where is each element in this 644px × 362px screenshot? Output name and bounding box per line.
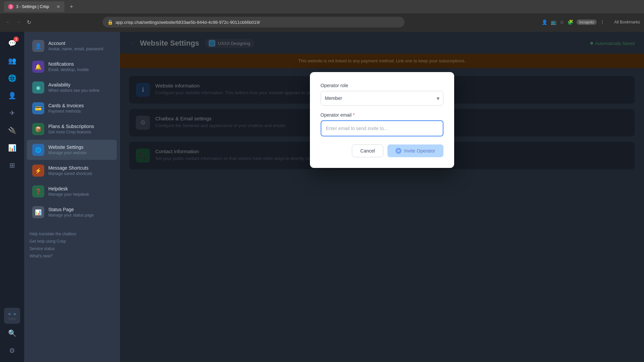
sidebar-website-text: Website Settings Manage your website (48, 144, 111, 155)
modal-overlay: Operator role Member Owner Agent ▾ Opera… (120, 32, 644, 362)
icon-bar: 💬 3 👥 🌐 👤 ✈ 🔌 📊 ⊞ < > Setup (0, 32, 24, 362)
icon-bar-grid[interactable]: ⊞ (4, 157, 20, 173)
browser-tab-bar: 3 3 - Settings | Crisp ✕ + (0, 0, 644, 13)
lock-icon: 🔒 (107, 19, 113, 25)
account-icon: 👤 (32, 40, 44, 52)
bookmark-icon[interactable]: ☆ (560, 19, 564, 25)
globe-icon: 🌐 (8, 74, 16, 82)
main-content: ← Website Settings 🌐 UX/UI Designing Aut… (120, 32, 644, 362)
icon-bar-search[interactable]: 🔍 (4, 325, 20, 341)
url-text: app.crisp.chat/settings/website/6833ae5b… (116, 20, 260, 25)
sidebar-item-cards[interactable]: 💳 Cards & Invoices Payment methods (27, 98, 117, 118)
sidebar-notifications-text: Notifications Email, desktop, mobile (48, 61, 111, 72)
sidebar: 👤 Account Avatar, name, email, password … (24, 32, 120, 362)
cancel-button[interactable]: Cancel (352, 144, 383, 157)
availability-icon: ◉ (32, 81, 44, 94)
send-icon: ✈ (9, 109, 15, 117)
setup-label: Setup (8, 317, 16, 320)
plugin-icon: 🔌 (8, 126, 16, 134)
role-select[interactable]: Member Owner Agent (321, 91, 443, 106)
tab-close-button[interactable]: ✕ (56, 4, 60, 9)
sidebar-availability-text: Availability When visitors see you onlin… (48, 82, 111, 93)
address-bar[interactable]: 🔒 app.crisp.chat/settings/website/6833ae… (103, 17, 405, 27)
cast-icon: 📺 (551, 19, 556, 25)
footer-link-help[interactable]: Get help using Crisp (30, 238, 114, 245)
sidebar-item-message-shortcuts[interactable]: ⚡ Message Shortcuts Manage saved shortcu… (27, 161, 117, 181)
contacts-icon: 👥 (8, 57, 16, 65)
icon-bar-person[interactable]: 👤 (4, 87, 20, 104)
bookmarks-label: All Bookmarks (614, 20, 640, 24)
operator-modal: Operator role Member Owner Agent ▾ Opera… (310, 72, 454, 168)
sidebar-item-plans[interactable]: 📦 Plans & Subscriptions Get more Crisp f… (27, 119, 117, 139)
shortcuts-icon: ⚡ (32, 165, 44, 177)
sidebar-cards-text: Cards & Invoices Payment methods (48, 103, 111, 114)
icon-bar-settings[interactable]: ⚙ (4, 343, 20, 359)
menu-icon[interactable]: ⋮ (600, 19, 605, 25)
invite-icon: ⟳ (395, 148, 401, 154)
new-tab-button[interactable]: + (70, 3, 73, 10)
sidebar-status-text: Status Page Manage your status page (48, 207, 111, 218)
icon-bar-send[interactable]: ✈ (4, 105, 20, 121)
website-settings-icon: 🌐 (32, 144, 44, 156)
search-icon: 🔍 (8, 329, 16, 337)
back-button[interactable]: ← (4, 18, 12, 26)
analytics-icon: 📊 (8, 144, 16, 152)
helpdesk-icon: ❓ (32, 185, 44, 197)
sidebar-item-account[interactable]: 👤 Account Avatar, name, email, password (27, 36, 117, 56)
required-star: * (353, 112, 355, 118)
plans-icon: 📦 (32, 123, 44, 135)
app-container: 💬 3 👥 🌐 👤 ✈ 🔌 📊 ⊞ < > Setup (0, 32, 644, 362)
sidebar-item-availability[interactable]: ◉ Availability When visitors see you onl… (27, 77, 117, 98)
footer-link-translate[interactable]: Help translate the chatbox (30, 230, 114, 238)
reload-button[interactable]: ↻ (25, 18, 33, 27)
browser-chrome: 3 3 - Settings | Crisp ✕ + ← → ↻ 🔒 app.c… (0, 0, 644, 32)
sidebar-helpdesk-text: Helpdesk Manage your helpdesk (48, 186, 111, 197)
icon-bar-analytics[interactable]: 📊 (4, 140, 20, 156)
footer-link-status[interactable]: Service status (30, 245, 114, 252)
extension-icon: 🧩 (568, 19, 573, 25)
browser-nav-bar: ← → ↻ 🔒 app.crisp.chat/settings/website/… (0, 13, 644, 31)
invite-operator-button[interactable]: ⟳ Invite Operator (387, 144, 443, 157)
icon-bar-plugin[interactable]: 🔌 (4, 122, 20, 138)
incognito-badge: Incognito (577, 19, 597, 25)
cards-icon: 💳 (32, 102, 44, 114)
active-tab[interactable]: 3 3 - Settings | Crisp ✕ (4, 1, 64, 12)
email-label: Operator email * (321, 112, 443, 118)
grid-icon: ⊞ (9, 161, 15, 169)
role-select-wrapper: Member Owner Agent ▾ (321, 91, 443, 106)
settings-icon: ⚙ (9, 347, 15, 355)
profile-icon: 👤 (542, 19, 547, 25)
email-input[interactable] (321, 120, 443, 136)
sidebar-item-helpdesk[interactable]: ❓ Helpdesk Manage your helpdesk (27, 181, 117, 201)
sidebar-item-notifications[interactable]: 🔔 Notifications Email, desktop, mobile (27, 57, 117, 77)
sidebar-item-website-settings[interactable]: 🌐 Website Settings Manage your website (27, 140, 117, 160)
code-icon: < > (8, 311, 16, 316)
icon-bar-globe[interactable]: 🌐 (4, 70, 20, 86)
sidebar-account-text: Account Avatar, name, email, password (48, 41, 111, 51)
modal-actions: Cancel ⟳ Invite Operator (321, 144, 443, 157)
tab-favicon: 3 (8, 4, 13, 9)
role-label: Operator role (321, 83, 443, 88)
footer-link-whatsnew[interactable]: What's new? (30, 252, 114, 260)
status-icon: 📊 (32, 206, 44, 218)
person-icon: 👤 (8, 92, 16, 100)
chat-badge: 3 (13, 37, 19, 42)
invite-label: Invite Operator (404, 148, 435, 154)
sidebar-footer: Help translate the chatbox Get help usin… (24, 225, 119, 265)
sidebar-plans-text: Plans & Subscriptions Get more Crisp fea… (48, 124, 111, 134)
icon-bar-chat[interactable]: 💬 3 (4, 35, 20, 51)
browser-actions: 👤 📺 ☆ 🧩 Incognito ⋮ (542, 19, 605, 25)
icon-bar-contacts[interactable]: 👥 (4, 53, 20, 69)
notifications-icon: 🔔 (32, 61, 44, 73)
icon-bar-bottom: < > Setup 🔍 ⚙ (4, 308, 20, 359)
tab-title: 3 - Settings | Crisp (16, 4, 54, 9)
icon-bar-setup[interactable]: < > Setup (4, 308, 20, 324)
sidebar-shortcuts-text: Message Shortcuts Manage saved shortcuts (48, 165, 111, 176)
sidebar-item-status-page[interactable]: 📊 Status Page Manage your status page (27, 202, 117, 222)
forward-button[interactable]: → (15, 18, 23, 26)
